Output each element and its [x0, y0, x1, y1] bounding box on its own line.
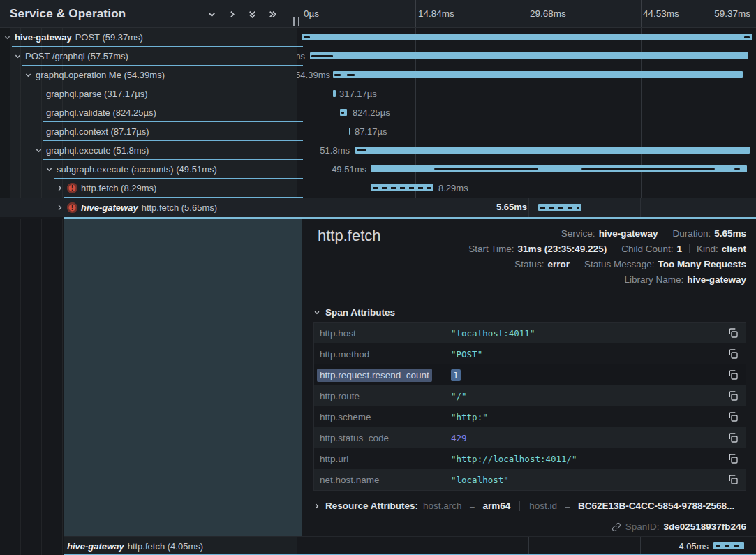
span-row-graphql-parse[interactable]: graphql.parse (317.17µs)	[0, 84, 297, 103]
selected-span-subtree-area	[64, 219, 302, 536]
chevron-right-icon[interactable]	[56, 204, 64, 212]
status-message-label: Status Message:	[584, 259, 655, 269]
span-attributes-title: Span Attributes	[325, 307, 395, 318]
copy-icon[interactable]	[727, 432, 739, 443]
duration-value: 5.65ms	[714, 228, 746, 239]
attr-key: http.method	[317, 348, 372, 361]
attr-value: "POST"	[451, 349, 482, 360]
duration-label: 49.51ms	[327, 160, 366, 179]
chevron-right-icon[interactable]	[56, 184, 64, 192]
span-row-http-fetch-8ms[interactable]: http.fetch (8.29ms)	[0, 179, 297, 198]
copy-icon[interactable]	[727, 474, 739, 485]
span-label: graphql.context (87.17µs)	[46, 126, 149, 137]
span-bar[interactable]	[349, 128, 350, 135]
timeline-tick: 29.68ms	[530, 0, 566, 28]
span-row-post-graphql[interactable]: POST /graphql (57.57ms)	[0, 47, 297, 66]
chevron-down-icon[interactable]	[45, 165, 53, 173]
service-label: Service:	[561, 228, 595, 239]
library-name-label: Library Name:	[624, 274, 683, 285]
duration-label: 5.65ms	[489, 198, 527, 217]
span-row-graphql-context[interactable]: graphql.context (87.17µs)	[0, 122, 297, 141]
copy-icon[interactable]	[727, 327, 739, 339]
span-bar[interactable]	[310, 52, 748, 59]
span-id-label: SpanID:	[625, 521, 660, 532]
attr-row-http-request-resend-count[interactable]: http.request.resend_count 1	[314, 364, 746, 385]
duration-label: 54.39ms	[297, 66, 330, 84]
resource-attributes-toggle[interactable]: Resource Attributes: host.arch=arm64 hos…	[313, 501, 734, 511]
attr-row-http-host[interactable]: http.host "localhost:4011"	[314, 323, 746, 343]
span-bar[interactable]	[333, 90, 336, 97]
status-message-value: Too Many Requests	[658, 259, 746, 269]
attr-key: http.host	[317, 327, 359, 340]
copy-icon[interactable]	[727, 348, 739, 360]
start-time-label: Start Time:	[468, 244, 514, 254]
timeline-tick: 14.84ms	[418, 0, 454, 28]
resource-key: host.arch	[423, 501, 462, 511]
selected-span-divider	[64, 217, 756, 219]
span-bar[interactable]	[538, 204, 581, 211]
span-service: hive-gateway	[15, 32, 72, 43]
span-id-value: 3de02518937fb246	[663, 521, 746, 532]
chevron-down-icon[interactable]	[24, 71, 32, 79]
indent-guides-lower	[0, 219, 64, 555]
copy-icon[interactable]	[727, 390, 739, 401]
copy-icon[interactable]	[727, 369, 739, 380]
span-label: http.fetch (4.05ms)	[128, 541, 203, 552]
span-bar[interactable]	[333, 71, 743, 78]
attr-value: "localhost:4011"	[451, 328, 535, 339]
span-attributes-section-toggle[interactable]: Span Attributes	[313, 307, 395, 318]
expand-one-icon[interactable]	[228, 10, 237, 19]
span-attributes-table: http.host "localhost:4011" http.method "…	[313, 322, 746, 491]
collapse-one-icon[interactable]	[207, 10, 216, 19]
span-row-http-fetch-4ms[interactable]: hive-gateway http.fetch (4.05ms) 4.05ms	[0, 536, 756, 555]
chevron-down-icon[interactable]	[14, 52, 22, 60]
span-label: graphql.parse (317.17µs)	[46, 89, 148, 99]
attr-row-net-host-name[interactable]: net.host.name "localhost"	[314, 469, 746, 490]
duration-label: Duration:	[672, 228, 711, 239]
equals-sign: =	[470, 501, 475, 511]
span-label: http.fetch (8.29ms)	[81, 183, 156, 193]
tree-panel-header: Service & Operation	[0, 0, 297, 28]
attr-row-http-method[interactable]: http.method "POST"	[314, 343, 746, 364]
copy-icon[interactable]	[727, 453, 739, 464]
span-row-subgraph-execute[interactable]: subgraph.execute (accounts) (49.51ms)	[0, 160, 297, 179]
child-count-value: 1	[676, 244, 682, 254]
span-tree: hive-gateway POST (59.37ms) POST /graphq…	[0, 28, 297, 198]
span-label: subgraph.execute (accounts) (49.51ms)	[57, 164, 217, 175]
span-row-hive-gateway-post[interactable]: hive-gateway POST (59.37ms)	[0, 28, 297, 47]
span-bar[interactable]	[340, 109, 347, 116]
span-row-graphql-validate[interactable]: graphql.validate (824.25µs)	[0, 103, 297, 122]
span-row-graphql-execute[interactable]: graphql.execute (51.8ms)	[0, 141, 297, 160]
collapse-all-icon[interactable]	[248, 10, 257, 19]
span-detail-title: http.fetch	[318, 227, 381, 245]
expand-all-icon[interactable]	[268, 10, 277, 19]
span-bar[interactable]	[713, 542, 744, 549]
link-icon[interactable]	[612, 522, 621, 532]
span-service: hive-gateway	[81, 202, 138, 213]
duration-label: 4.05ms	[674, 537, 709, 555]
span-bar[interactable]	[302, 34, 752, 40]
library-name-value: hive-gateway	[687, 274, 746, 285]
span-id-row: SpanID: 3de02518937fb246	[612, 521, 746, 532]
attr-row-http-scheme[interactable]: http.scheme "http:"	[314, 406, 746, 427]
attr-row-http-url[interactable]: http.url "http://localhost:4011/"	[314, 448, 746, 469]
copy-icon[interactable]	[727, 411, 739, 422]
resource-value: arm64	[482, 501, 510, 511]
chevron-down-icon[interactable]	[35, 147, 43, 154]
span-bar[interactable]	[371, 184, 433, 191]
gridline	[640, 537, 641, 555]
chevron-right-icon[interactable]	[56, 542, 64, 550]
span-bar[interactable]	[371, 165, 747, 172]
attr-value: 429	[451, 433, 467, 443]
trace-viewer-window: Service & Operation 0µs 14.84ms 29.68ms …	[0, 0, 756, 555]
service-value: hive-gateway	[599, 228, 658, 239]
gridline	[415, 0, 416, 28]
span-row-http-fetch-5ms-selected[interactable]: hive-gateway http.fetch (5.65ms) 5.65ms	[0, 198, 756, 217]
attr-row-http-route[interactable]: http.route "/"	[314, 385, 746, 406]
attr-key: http.status_code	[317, 431, 392, 445]
gridline	[417, 537, 417, 555]
span-row-graphql-operation[interactable]: graphql.operation Me (54.39ms)	[0, 66, 297, 84]
panel-resize-handle[interactable]	[293, 17, 299, 26]
span-bar[interactable]	[355, 147, 750, 154]
attr-row-http-status-code[interactable]: http.status_code 429	[314, 427, 746, 448]
